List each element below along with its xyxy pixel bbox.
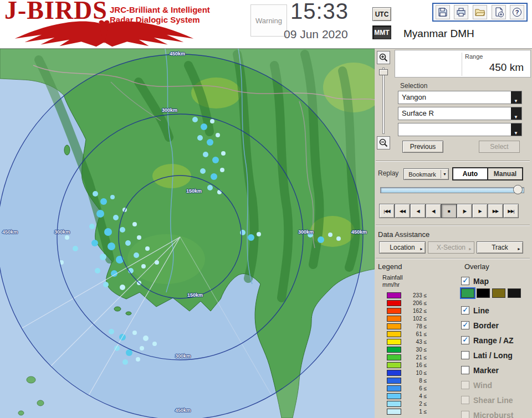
legend-value: 21 ≤	[405, 354, 427, 360]
replay-mode-toggle: Auto Manual	[452, 167, 523, 180]
help-button[interactable]: ?	[510, 5, 524, 19]
legend-scale-row: 206 ≤	[387, 299, 427, 307]
playback-skip-to-start-button[interactable]: |◀◀	[379, 204, 395, 218]
radar-map[interactable]: 450km 300km 150km 150km 300km 450km 450k…	[0, 49, 375, 418]
playback-step-forward-button[interactable]: |▶	[457, 204, 472, 218]
replay-mode-auto-button[interactable]: Auto	[453, 168, 487, 179]
legend-scale-row: 233 ≤	[387, 291, 427, 299]
logo-subtitle-line1: JRC-Brilliant & Intelligent	[110, 5, 210, 15]
legend-scale: 233 ≤ 206 ≤ 162 ≤ 102 ≤ 78 ≤ 61 ≤ 43 ≤ 3…	[387, 291, 427, 415]
overlay-item-label: Wind	[473, 381, 492, 390]
overlay-checkbox-microburst[interactable]	[461, 411, 469, 418]
dropdown-arrow-icon[interactable]	[511, 91, 521, 104]
playback-fast-rewind-button[interactable]: ◀◀	[395, 204, 410, 218]
playback-step-back-button[interactable]: ◀|	[426, 204, 441, 218]
zoom-in-icon	[378, 53, 388, 63]
utc-button[interactable]: UTC	[372, 7, 391, 21]
legend-scale-row: 16 ≤	[387, 361, 427, 369]
legend-scale-row: 43 ≤	[387, 338, 427, 345]
dropdown-arrow-icon[interactable]	[511, 123, 521, 136]
site-dropdown[interactable]: Yangon	[398, 91, 522, 104]
overlay-checkbox-lati-long[interactable]	[461, 351, 469, 359]
location-button[interactable]: Location	[379, 241, 426, 254]
overlay-checkbox-wind[interactable]	[461, 381, 469, 389]
save-button[interactable]	[436, 5, 450, 19]
x-section-button[interactable]: X-Section	[428, 241, 474, 254]
replay-timeline-thumb[interactable]	[513, 185, 523, 194]
legend-value: 102 ≤	[405, 316, 427, 322]
export-button[interactable]	[492, 5, 506, 19]
legend-unit-line1: Rainfall	[382, 274, 403, 281]
legend-color-swatch	[387, 300, 401, 306]
playback-skip-to-end-button[interactable]: ▶▶|	[503, 204, 519, 218]
export-icon	[493, 7, 504, 18]
legend-value: 78 ≤	[405, 323, 427, 329]
select-button[interactable]: Select	[479, 141, 520, 153]
product-dropdown[interactable]: Surface R	[398, 107, 522, 120]
legend-color-swatch	[387, 339, 401, 345]
playback-controls: |◀◀◀◀◀◀|■|▶▶▶▶▶▶|	[379, 204, 519, 218]
folder-button[interactable]	[473, 5, 487, 19]
legend-value: 61 ≤	[405, 331, 427, 337]
playback-stop-button[interactable]: ■	[441, 204, 457, 218]
submenu-arrow-icon	[420, 244, 423, 252]
overlay-item-label: Border	[473, 321, 499, 330]
product-dropdown-value: Surface R	[402, 109, 434, 117]
overlay-row: Microburst	[461, 407, 514, 418]
zoom-slider[interactable]	[379, 68, 388, 134]
station-name: Myanmar DMH	[403, 28, 474, 40]
playback-glyph: ▶	[478, 209, 481, 214]
map-palette-swatch[interactable]	[461, 288, 474, 298]
overlay-checkbox-shear-line[interactable]	[461, 396, 469, 404]
overlay-row: Wind	[461, 378, 514, 393]
track-button-label: Track	[492, 244, 508, 251]
legend-value: 8 ≤	[405, 378, 427, 384]
overlay-item-label: Lati / Long	[473, 351, 513, 360]
map-palette-swatch[interactable]	[492, 288, 505, 298]
track-button[interactable]: Track	[477, 241, 523, 254]
overlay-row: Line	[461, 303, 514, 318]
separator	[376, 161, 530, 162]
jbirds-app: J-BIRDS JRC-Brilliant & Intelligent Rada…	[0, 0, 532, 418]
legend-scale-row: 8 ≤	[387, 376, 427, 384]
zoom-in-button[interactable]	[377, 51, 390, 64]
mmt-button[interactable]: MMT	[372, 25, 391, 39]
map-palette-swatch[interactable]	[477, 288, 490, 298]
zoom-slider-thumb[interactable]	[379, 69, 388, 75]
overlay-checkbox-map[interactable]	[461, 277, 469, 285]
replay-timeline-slider[interactable]	[380, 187, 524, 193]
legend-value: 162 ≤	[405, 308, 427, 314]
legend-color-swatch	[387, 393, 401, 399]
legend-value: 16 ≤	[405, 362, 427, 368]
playback-glyph: |▶	[463, 209, 466, 214]
zoom-out-button[interactable]	[377, 136, 390, 149]
previous-button[interactable]: Previous	[402, 141, 443, 153]
overlay-checkbox-border[interactable]	[461, 321, 469, 329]
bookmark-button[interactable]: Bookmark	[403, 168, 449, 180]
map-palette-swatch[interactable]	[508, 288, 521, 298]
extra-dropdown[interactable]	[398, 123, 522, 136]
overlay-checkbox-line[interactable]	[461, 306, 469, 314]
clock-date: 09 Jun 2020	[284, 28, 348, 41]
playback-fast-forward-button[interactable]: ▶▶	[488, 204, 503, 218]
legend-color-swatch	[387, 308, 401, 314]
separator	[376, 258, 530, 259]
overlay-checkbox-marker[interactable]	[461, 366, 469, 374]
legend-scale-row: 21 ≤	[387, 353, 427, 361]
ring-label: 450km	[170, 51, 185, 56]
svg-text:?: ?	[515, 9, 519, 16]
replay-mode-manual-button[interactable]: Manual	[487, 168, 522, 179]
legend-scale-row: 1 ≤	[387, 407, 427, 415]
legend-color-swatch	[387, 362, 401, 368]
playback-glyph: |◀◀	[383, 209, 390, 214]
overlay-item-label: Marker	[473, 366, 499, 375]
legend-scale-row: 78 ≤	[387, 322, 427, 330]
zoom-slider-track[interactable]	[382, 68, 385, 134]
warning-indicator[interactable]: Warning	[250, 4, 287, 37]
dropdown-arrow-icon[interactable]	[511, 107, 521, 120]
overlay-checkbox-range-az[interactable]	[461, 336, 469, 344]
range-panel: Range 450 km	[395, 50, 531, 78]
print-button[interactable]	[454, 5, 468, 19]
playback-play-button[interactable]: ▶	[472, 204, 488, 218]
playback-play-reverse-button[interactable]: ◀	[410, 204, 426, 218]
